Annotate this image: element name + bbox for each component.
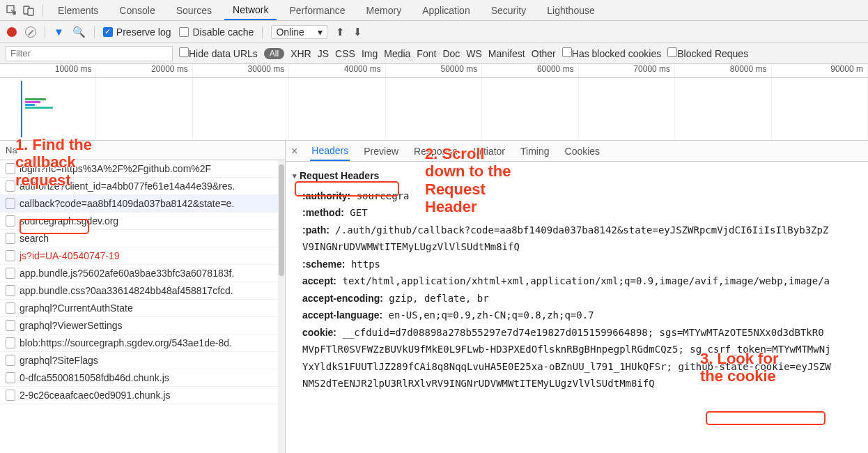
document-icon bbox=[6, 181, 15, 192]
document-icon bbox=[6, 215, 15, 227]
preserve-log-checkbox[interactable]: ✓Preserve log bbox=[103, 26, 171, 38]
document-icon bbox=[6, 320, 15, 331]
inspect-icon[interactable] bbox=[6, 4, 18, 17]
document-icon bbox=[6, 163, 15, 174]
tab-console[interactable]: Console bbox=[111, 0, 163, 20]
request-row[interactable]: graphql?SiteFlags bbox=[0, 352, 285, 369]
download-icon[interactable]: ⬇ bbox=[353, 26, 362, 38]
document-icon bbox=[6, 268, 15, 279]
filter-xhr[interactable]: XHR bbox=[290, 48, 311, 59]
document-icon bbox=[6, 390, 15, 401]
tab-elements[interactable]: Elements bbox=[49, 0, 107, 20]
detail-tabs: × Headers Preview Response Initiator Tim… bbox=[286, 141, 868, 162]
request-row[interactable]: app.bundle.js?5602afe60a9bae33bfc3a60781… bbox=[0, 265, 285, 282]
request-name: login?nc=https%3A%2F%2Fgithub.com%2F bbox=[20, 163, 211, 174]
filter-css[interactable]: CSS bbox=[335, 48, 355, 59]
header-scheme: :scheme: https bbox=[293, 256, 861, 273]
filter-js[interactable]: JS bbox=[318, 48, 329, 59]
devtools-tabbar: Elements Console Sources Network Perform… bbox=[0, 0, 868, 21]
filter-doc[interactable]: Doc bbox=[442, 48, 460, 59]
request-row[interactable]: 0-dfca5500815058fdb46d.chunk.js bbox=[0, 369, 285, 387]
filter-icon[interactable]: ▼ bbox=[54, 26, 64, 38]
network-toolbar: ▼ 🔍 ✓Preserve log Disable cache Online ▾… bbox=[0, 21, 868, 43]
tab-sources[interactable]: Sources bbox=[168, 0, 220, 20]
throttle-select[interactable]: Online ▾ bbox=[271, 25, 327, 39]
header-cookie-cont3: NMS2dTeENJR2lpU3RlRXlvRV9INGNrUDVWMWtITE… bbox=[293, 375, 861, 392]
request-row[interactable]: graphql?ViewerSettings bbox=[0, 317, 285, 335]
blocked-requests[interactable]: Blocked Reques bbox=[667, 47, 748, 59]
github-state-cookie-key: github-state-cookie bbox=[678, 361, 789, 372]
tab-application[interactable]: Application bbox=[414, 0, 479, 20]
timeline-overview[interactable] bbox=[0, 78, 868, 141]
document-icon bbox=[6, 372, 15, 383]
scrollbar-thumb[interactable] bbox=[279, 164, 284, 276]
request-row[interactable]: app.bundle.css?0aa33614824bb48af458817cf… bbox=[0, 282, 285, 300]
request-name: 0-dfca5500815058fdb46d.chunk.js bbox=[20, 372, 169, 383]
document-icon bbox=[6, 285, 15, 296]
headers-body[interactable]: Request Headers :authority: sourcegra :m… bbox=[286, 162, 868, 453]
document-icon bbox=[6, 198, 15, 209]
request-name: graphql?ViewerSettings bbox=[20, 320, 123, 331]
tab-response[interactable]: Response bbox=[412, 141, 459, 161]
filter-media[interactable]: Media bbox=[384, 48, 410, 59]
document-icon bbox=[6, 250, 15, 261]
tab-lighthouse[interactable]: Lighthouse bbox=[538, 0, 603, 20]
request-name: 2-9c26ceaafcaec0ed9091.chunk.js bbox=[20, 390, 170, 401]
request-row[interactable]: authorize?client_id=a4bb077fe61e14a44e39… bbox=[0, 178, 285, 195]
request-row[interactable]: 2-9c26ceaafcaec0ed9091.chunk.js bbox=[0, 387, 285, 404]
timeline-marker bbox=[21, 81, 22, 137]
request-row[interactable]: sourcegraph.sgdev.org bbox=[0, 213, 285, 230]
separator bbox=[42, 4, 42, 17]
filter-all[interactable]: All bbox=[264, 48, 284, 59]
document-icon bbox=[6, 337, 15, 348]
request-headers-section[interactable]: Request Headers bbox=[293, 166, 861, 187]
header-path-cont: V9INGNrUDVWMWtITEMyLUgzVlVlSUdtMm8ifQ bbox=[293, 238, 861, 256]
tab-timing[interactable]: Timing bbox=[519, 141, 551, 161]
network-filter-bar: Hide data URLs All XHR JS CSS Img Media … bbox=[0, 43, 868, 64]
record-button[interactable] bbox=[7, 27, 17, 37]
request-name: app.bundle.js?5602afe60a9bae33bfc3a60781… bbox=[20, 268, 234, 279]
filter-input[interactable] bbox=[6, 46, 173, 61]
tab-headers[interactable]: Headers bbox=[310, 141, 350, 161]
request-list-header[interactable]: Na bbox=[0, 141, 285, 160]
disable-cache-checkbox[interactable]: Disable cache bbox=[179, 26, 254, 38]
has-blocked-cookies[interactable]: Has blocked cookies bbox=[562, 47, 661, 59]
tab-initiator[interactable]: Initiator bbox=[472, 141, 506, 161]
request-row[interactable]: blob:https://sourcegraph.sgdev.org/543ae… bbox=[0, 335, 285, 352]
request-row[interactable]: graphql?CurrentAuthState bbox=[0, 300, 285, 317]
request-list[interactable]: login?nc=https%3A%2F%2Fgithub.com%2Fauth… bbox=[0, 160, 285, 453]
request-row[interactable]: login?nc=https%3A%2F%2Fgithub.com%2F bbox=[0, 160, 285, 178]
tab-memory[interactable]: Memory bbox=[358, 0, 410, 20]
header-method: :method: GET bbox=[293, 204, 861, 222]
svg-rect-2 bbox=[28, 8, 33, 15]
split-panes: Na login?nc=https%3A%2F%2Fgithub.com%2Fa… bbox=[0, 141, 868, 453]
filter-ws[interactable]: WS bbox=[466, 48, 482, 59]
request-name: callback?code=aa8bf1409da037ba8142&state… bbox=[20, 198, 234, 209]
header-cookie-cont2: YxYldkS1FUUTlJZ289fCAi8q8NqqLvuHA5E0E25x… bbox=[293, 358, 861, 376]
document-icon bbox=[6, 355, 15, 366]
tab-security[interactable]: Security bbox=[483, 0, 535, 20]
filter-manifest[interactable]: Manifest bbox=[488, 48, 525, 59]
tab-cookies[interactable]: Cookies bbox=[564, 141, 602, 161]
request-name: app.bundle.css?0aa33614824bb48af458817cf… bbox=[20, 285, 233, 296]
filter-img[interactable]: Img bbox=[362, 48, 378, 59]
request-row[interactable]: js?id=UA-40540747-19 bbox=[0, 247, 285, 265]
close-icon[interactable]: × bbox=[291, 145, 297, 158]
upload-icon[interactable]: ⬆ bbox=[336, 26, 345, 38]
filter-font[interactable]: Font bbox=[417, 48, 436, 59]
header-accept-encoding: accept-encoding: gzip, deflate, br bbox=[293, 290, 861, 307]
tab-performance[interactable]: Performance bbox=[281, 0, 353, 20]
tab-network[interactable]: Network bbox=[224, 0, 277, 20]
search-icon[interactable]: 🔍 bbox=[72, 26, 86, 38]
clear-icon[interactable] bbox=[25, 26, 36, 38]
request-row[interactable]: callback?code=aa8bf1409da037ba8142&state… bbox=[0, 195, 285, 213]
hide-data-urls[interactable]: Hide data URLs bbox=[179, 47, 258, 59]
filter-other[interactable]: Other bbox=[532, 48, 556, 59]
device-icon[interactable] bbox=[22, 4, 35, 17]
request-detail-pane: × Headers Preview Response Initiator Tim… bbox=[286, 141, 868, 453]
scrollbar[interactable] bbox=[278, 160, 285, 453]
request-list-pane: Na login?nc=https%3A%2F%2Fgithub.com%2Fa… bbox=[0, 141, 286, 453]
tab-preview[interactable]: Preview bbox=[362, 141, 400, 161]
disable-cache-label: Disable cache bbox=[192, 26, 254, 38]
request-row[interactable]: search bbox=[0, 230, 285, 247]
